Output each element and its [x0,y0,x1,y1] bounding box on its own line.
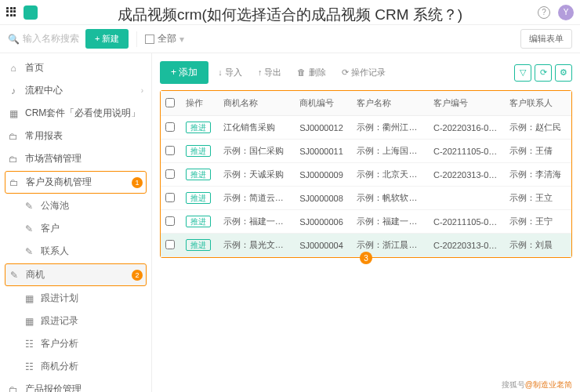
sidebar-item[interactable]: ✎联系人 [0,240,151,263]
annotation-badge: 1 [132,177,143,188]
cell-contact: 示例：王倩 [505,140,571,163]
nav-icon: 🗀 [8,131,19,142]
sidebar-item[interactable]: ☷客户分析 [0,332,151,355]
nav-label: 商机 [26,268,45,281]
sidebar-item[interactable]: 🗀客户及商机管理1 [5,171,147,194]
nav-label: 公海池 [41,199,69,212]
advance-tag[interactable]: 推进 [186,192,211,204]
advance-tag[interactable]: 推进 [186,239,211,251]
log-button[interactable]: ⟳ 操作记录 [335,63,392,82]
nav-icon: ✎ [24,223,34,234]
cell-contact: 示例：王立 [505,187,571,210]
cell-code: SJ0000011 [295,140,352,163]
nav-icon: ☷ [24,361,34,372]
apps-icon[interactable] [6,7,17,18]
nav-icon: ✎ [24,201,34,212]
sidebar-item[interactable]: 🗀常用报表 [0,125,151,147]
nav-icon: 🗀 [9,177,20,188]
advance-tag[interactable]: 推进 [186,122,211,133]
cell-custcode: C-20211105-0000001 [429,140,506,163]
filter-button[interactable]: ▽ [514,64,531,82]
row-checkbox[interactable] [165,169,175,179]
sidebar-item[interactable]: ♪流程中心› [0,79,151,102]
help-icon[interactable]: ? [538,6,550,19]
sidebar-item[interactable]: ▦跟进计划 [0,287,151,310]
cell-custcode: C-20220316-0000001 [429,116,506,140]
cell-cust: 示例：上海国仁有限... [352,140,429,163]
cell-contact: 示例：王宁 [505,210,571,234]
user-avatar[interactable]: Y [558,5,574,20]
nav-label: 常用报表 [25,129,63,143]
sidebar-item[interactable]: ☷商机分析 [0,355,151,378]
sidebar-item[interactable]: ✎客户 [0,217,151,240]
edit-form-button[interactable]: 编辑表单 [520,29,572,49]
nav-label: 客户 [41,222,60,235]
cell-custcode: C-20211105-0000004 [429,210,506,234]
select-all-checkbox[interactable] [165,98,175,107]
sidebar-item[interactable]: ▦跟进记录 [0,310,151,332]
row-checkbox[interactable] [165,193,175,202]
nav-label: CRM套件「必看使用说明」 [25,107,140,120]
cell-custcode [429,187,506,210]
nav-icon: ▦ [24,293,34,304]
table-row[interactable]: 推进 江化销售采购 SJ0000012 示例：衢州江化集团 C-20220316… [161,116,571,140]
page-title-overlay: 成品视频crm(如何选择适合的成品视频 CRM 系统？) [118,5,462,25]
nav-icon: ♪ [8,85,19,96]
sidebar-item[interactable]: ⌂首页 [0,56,151,79]
cell-code: SJ0000006 [295,210,352,234]
nav-icon: ▦ [8,108,19,119]
cell-cust: 示例：衢州江化集团 [352,116,429,140]
advance-tag[interactable]: 推进 [186,169,211,180]
nav-icon: 🗀 [8,384,19,393]
refresh-button[interactable]: ⟳ [535,64,552,82]
col-header [161,91,181,116]
cell-code: SJ0000008 [295,187,352,210]
nav-icon: ▦ [24,316,34,327]
data-table: 操作商机名称商机编号客户名称客户编号客户联系人 推进 江化销售采购 SJ0000… [161,91,571,257]
row-checkbox[interactable] [165,146,175,155]
search-input[interactable]: 🔍输入名称搜索 [8,32,79,45]
nav-icon: ✎ [9,270,20,281]
cell-code: SJ0000012 [295,116,352,140]
sidebar-item[interactable]: ✎商机2 [5,263,147,286]
nav-label: 跟进计划 [41,292,78,305]
cell-contact: 示例：刘晨 [505,234,571,257]
table-row[interactable]: 推进 示例：国仁采购 SJ0000011 示例：上海国仁有限... C-2021… [161,140,571,163]
nav-icon: ☷ [24,339,34,350]
new-button[interactable]: + 新建 [85,29,129,49]
cell-code: SJ0000004 [295,234,352,257]
export-button[interactable]: ↑ 导出 [252,63,288,82]
nav-label: 首页 [25,61,44,74]
cell-custcode: C-20220313-0000004 [429,234,506,257]
sidebar-item[interactable]: ▦CRM套件「必看使用说明」 [0,102,151,125]
sidebar-item[interactable]: ✎公海池 [0,194,151,217]
annotation-badge: 2 [132,270,143,281]
delete-button[interactable]: 🗑 删除 [291,63,332,82]
grid-icon [145,34,154,44]
row-checkbox[interactable] [165,122,175,132]
row-checkbox[interactable] [165,216,175,226]
import-button[interactable]: ↓ 导入 [212,63,248,82]
view-selector[interactable]: 全部▾ [145,32,184,45]
advance-tag[interactable]: 推进 [186,216,211,227]
table-row[interactable]: 推进 示例：简道云采购 SJ0000008 示例：帆软软件有限公司 示例：王立 [161,187,571,210]
row-checkbox[interactable] [165,240,175,249]
table-row[interactable]: 推进 示例：天诚采购 SJ0000009 示例：北京天诚软件... C-2022… [161,163,571,187]
cell-cust: 示例：北京天诚软件... [352,163,429,187]
col-header: 操作 [181,91,219,116]
settings-button[interactable]: ⚙ [555,64,572,82]
sidebar-item[interactable]: 🗀产品报价管理 [0,378,151,392]
cell-custcode: C-20220313-0000002 [429,163,506,187]
sidebar-item[interactable]: 🗀市场营销管理 [0,147,151,170]
nav-label: 产品报价管理 [25,383,82,392]
nav-label: 客户分析 [41,337,78,350]
cell-name: 示例：晨光文具设备... [219,234,295,257]
nav-label: 联系人 [41,245,69,258]
cell-contact: 示例：赵仁民 [505,116,571,140]
nav-icon: ⌂ [8,63,19,74]
add-button[interactable]: + 添加 [160,61,208,84]
nav-label: 市场营销管理 [25,152,82,165]
cell-cust: 示例：福建一高集团 [352,210,429,234]
table-row[interactable]: 推进 示例：福建一高3月订单 SJ0000006 示例：福建一高集团 C-202… [161,210,571,234]
advance-tag[interactable]: 推进 [186,145,211,157]
